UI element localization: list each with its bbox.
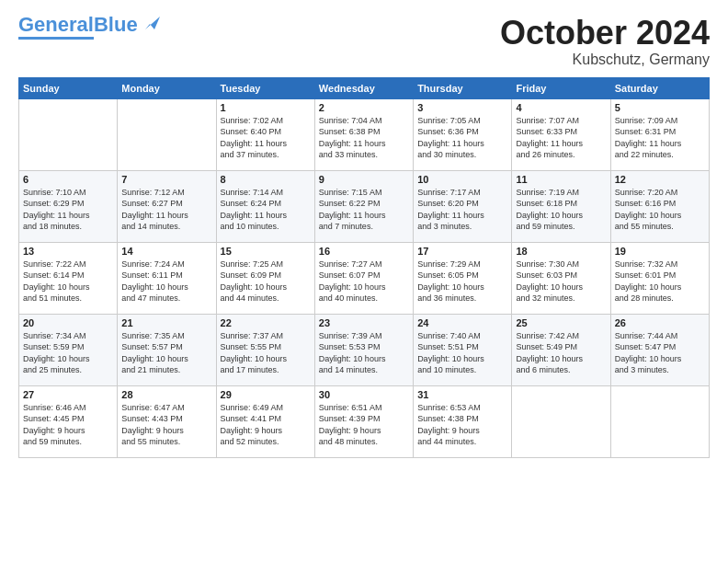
col-monday: Monday	[118, 77, 216, 98]
logo-underline	[18, 37, 94, 40]
cell-w5-d5: 31Sunrise: 6:53 AM Sunset: 4:38 PM Dayli…	[414, 385, 512, 457]
cell-w3-d2: 14Sunrise: 7:24 AM Sunset: 6:11 PM Dayli…	[118, 242, 216, 314]
cell-content: Sunrise: 7:04 AM Sunset: 6:38 PM Dayligh…	[319, 115, 409, 161]
day-number: 22	[221, 317, 311, 328]
cell-w4-d1: 20Sunrise: 7:34 AM Sunset: 5:59 PM Dayli…	[19, 314, 118, 385]
cell-content: Sunrise: 7:34 AM Sunset: 5:59 PM Dayligh…	[23, 330, 113, 376]
cell-content: Sunrise: 7:17 AM Sunset: 6:20 PM Dayligh…	[417, 187, 507, 233]
logo-general: General	[18, 13, 94, 36]
week-row-3: 13Sunrise: 7:22 AM Sunset: 6:14 PM Dayli…	[19, 242, 710, 314]
day-number: 20	[23, 317, 113, 328]
cell-w1-d6: 4Sunrise: 7:07 AM Sunset: 6:33 PM Daylig…	[512, 98, 610, 170]
cell-content: Sunrise: 7:27 AM Sunset: 6:07 PM Dayligh…	[319, 259, 409, 304]
day-number: 5	[615, 102, 705, 113]
cell-w3-d6: 18Sunrise: 7:30 AM Sunset: 6:03 PM Dayli…	[512, 242, 610, 314]
day-number: 19	[615, 246, 705, 257]
week-row-2: 6Sunrise: 7:10 AM Sunset: 6:29 PM Daylig…	[19, 170, 710, 242]
cell-content: Sunrise: 6:46 AM Sunset: 4:45 PM Dayligh…	[23, 402, 113, 448]
day-number: 7	[121, 174, 211, 185]
cell-content: Sunrise: 7:02 AM Sunset: 6:40 PM Dayligh…	[221, 115, 311, 161]
cell-w2-d5: 10Sunrise: 7:17 AM Sunset: 6:20 PM Dayli…	[414, 170, 512, 242]
cell-w2-d7: 12Sunrise: 7:20 AM Sunset: 6:16 PM Dayli…	[610, 170, 709, 242]
day-number: 3	[417, 102, 507, 113]
cell-w1-d4: 2Sunrise: 7:04 AM Sunset: 6:38 PM Daylig…	[314, 98, 413, 170]
cell-w5-d3: 29Sunrise: 6:49 AM Sunset: 4:41 PM Dayli…	[216, 385, 314, 457]
col-saturday: Saturday	[610, 77, 709, 98]
day-number: 30	[319, 389, 409, 400]
day-number: 8	[221, 174, 311, 185]
cell-w5-d6	[512, 385, 610, 457]
cell-content: Sunrise: 7:32 AM Sunset: 6:01 PM Dayligh…	[615, 259, 705, 304]
cell-content: Sunrise: 7:29 AM Sunset: 6:05 PM Dayligh…	[417, 259, 507, 304]
col-friday: Friday	[512, 77, 610, 98]
cell-content: Sunrise: 7:05 AM Sunset: 6:36 PM Dayligh…	[417, 115, 507, 161]
day-number: 29	[221, 389, 311, 400]
col-thursday: Thursday	[414, 77, 512, 98]
day-number: 6	[23, 174, 113, 185]
cell-w5-d2: 28Sunrise: 6:47 AM Sunset: 4:43 PM Dayli…	[118, 385, 216, 457]
day-number: 27	[23, 389, 113, 400]
cell-w4-d3: 22Sunrise: 7:37 AM Sunset: 5:55 PM Dayli…	[216, 314, 314, 385]
day-number: 4	[516, 102, 606, 113]
calendar-title: October 2024	[500, 15, 710, 52]
col-sunday: Sunday	[19, 77, 118, 98]
cell-w4-d7: 26Sunrise: 7:44 AM Sunset: 5:47 PM Dayli…	[610, 314, 709, 385]
cell-content: Sunrise: 7:15 AM Sunset: 6:22 PM Dayligh…	[319, 187, 409, 233]
cell-w3-d5: 17Sunrise: 7:29 AM Sunset: 6:05 PM Dayli…	[414, 242, 512, 314]
page: GeneralBlue October 2024 Kubschutz, Germ…	[0, 0, 728, 467]
day-number: 13	[23, 246, 113, 257]
cell-content: Sunrise: 7:44 AM Sunset: 5:47 PM Dayligh…	[615, 330, 705, 376]
cell-content: Sunrise: 7:37 AM Sunset: 5:55 PM Dayligh…	[221, 330, 311, 376]
cell-w2-d6: 11Sunrise: 7:19 AM Sunset: 6:18 PM Dayli…	[512, 170, 610, 242]
week-row-1: 1Sunrise: 7:02 AM Sunset: 6:40 PM Daylig…	[19, 98, 710, 170]
day-number: 16	[319, 246, 409, 257]
cell-w5-d4: 30Sunrise: 6:51 AM Sunset: 4:39 PM Dayli…	[314, 385, 413, 457]
day-number: 24	[417, 317, 507, 328]
week-row-4: 20Sunrise: 7:34 AM Sunset: 5:59 PM Dayli…	[19, 314, 710, 385]
day-number: 10	[417, 174, 507, 185]
cell-w4-d2: 21Sunrise: 7:35 AM Sunset: 5:57 PM Dayli…	[118, 314, 216, 385]
day-number: 17	[417, 246, 507, 257]
cell-w2-d1: 6Sunrise: 7:10 AM Sunset: 6:29 PM Daylig…	[19, 170, 118, 242]
logo-bird-icon	[140, 13, 160, 33]
day-number: 15	[221, 246, 311, 257]
day-number: 12	[615, 174, 705, 185]
cell-w3-d1: 13Sunrise: 7:22 AM Sunset: 6:14 PM Dayli…	[19, 242, 118, 314]
day-number: 9	[319, 174, 409, 185]
cell-content: Sunrise: 7:25 AM Sunset: 6:09 PM Dayligh…	[221, 259, 311, 304]
cell-w1-d5: 3Sunrise: 7:05 AM Sunset: 6:36 PM Daylig…	[414, 98, 512, 170]
day-number: 28	[121, 389, 211, 400]
cell-content: Sunrise: 7:14 AM Sunset: 6:24 PM Dayligh…	[221, 187, 311, 233]
col-wednesday: Wednesday	[314, 77, 413, 98]
header: GeneralBlue October 2024 Kubschutz, Germ…	[18, 15, 710, 68]
cell-w3-d7: 19Sunrise: 7:32 AM Sunset: 6:01 PM Dayli…	[610, 242, 709, 314]
cell-content: Sunrise: 7:24 AM Sunset: 6:11 PM Dayligh…	[121, 259, 211, 304]
cell-w1-d3: 1Sunrise: 7:02 AM Sunset: 6:40 PM Daylig…	[216, 98, 314, 170]
cell-w2-d4: 9Sunrise: 7:15 AM Sunset: 6:22 PM Daylig…	[314, 170, 413, 242]
cell-w4-d4: 23Sunrise: 7:39 AM Sunset: 5:53 PM Dayli…	[314, 314, 413, 385]
cell-w2-d3: 8Sunrise: 7:14 AM Sunset: 6:24 PM Daylig…	[216, 170, 314, 242]
day-number: 11	[516, 174, 606, 185]
cell-content: Sunrise: 7:30 AM Sunset: 6:03 PM Dayligh…	[516, 259, 606, 304]
logo-text: GeneralBlue	[18, 15, 138, 35]
cell-content: Sunrise: 6:51 AM Sunset: 4:39 PM Dayligh…	[319, 402, 409, 448]
day-number: 1	[221, 102, 311, 113]
cell-content: Sunrise: 7:10 AM Sunset: 6:29 PM Dayligh…	[23, 187, 113, 233]
cell-content: Sunrise: 7:07 AM Sunset: 6:33 PM Dayligh…	[516, 115, 606, 161]
cell-content: Sunrise: 7:40 AM Sunset: 5:51 PM Dayligh…	[417, 330, 507, 376]
cell-content: Sunrise: 6:47 AM Sunset: 4:43 PM Dayligh…	[121, 402, 211, 448]
cell-w5-d7	[610, 385, 709, 457]
week-row-5: 27Sunrise: 6:46 AM Sunset: 4:45 PM Dayli…	[19, 385, 710, 457]
cell-w2-d2: 7Sunrise: 7:12 AM Sunset: 6:27 PM Daylig…	[118, 170, 216, 242]
cell-w1-d7: 5Sunrise: 7:09 AM Sunset: 6:31 PM Daylig…	[610, 98, 709, 170]
cell-content: Sunrise: 7:22 AM Sunset: 6:14 PM Dayligh…	[23, 259, 113, 304]
cell-content: Sunrise: 7:20 AM Sunset: 6:16 PM Dayligh…	[615, 187, 705, 233]
cell-content: Sunrise: 7:39 AM Sunset: 5:53 PM Dayligh…	[319, 330, 409, 376]
cell-w3-d3: 15Sunrise: 7:25 AM Sunset: 6:09 PM Dayli…	[216, 242, 314, 314]
day-number: 26	[615, 317, 705, 328]
day-number: 23	[319, 317, 409, 328]
day-number: 25	[516, 317, 606, 328]
day-number: 14	[121, 246, 211, 257]
cell-w1-d2	[118, 98, 216, 170]
cell-content: Sunrise: 7:19 AM Sunset: 6:18 PM Dayligh…	[516, 187, 606, 233]
